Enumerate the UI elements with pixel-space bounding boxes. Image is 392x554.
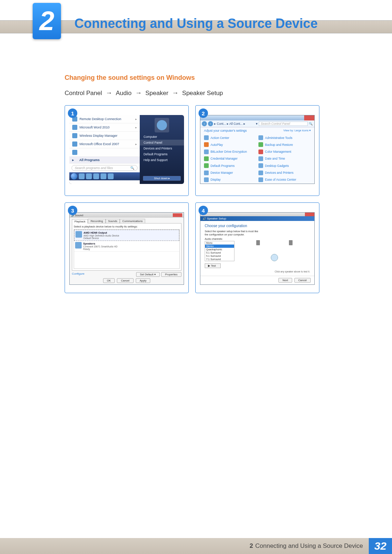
speaker-setup-dialog: 🔊 Speaker Setup Choose your configuratio… [200, 212, 315, 285]
device-item[interactable]: Speakers Conexant 20671 SmartAudio HD Re… [74, 241, 179, 252]
channel-option[interactable]: Mono [205, 241, 234, 245]
channel-option-selected[interactable]: Stereo [205, 245, 234, 248]
autoplay-icon [204, 142, 209, 147]
chevron-right-icon: ▸ [72, 158, 74, 162]
window-titlebar: 🔊 Sound [70, 213, 184, 218]
section-heading: Changing the sound settings on Windows [65, 74, 195, 82]
control-panel-window: ‹ › ▸ Cont... ▸ All Cont... ▸ ▾ Search C… [200, 115, 315, 184]
pinned-row[interactable] [69, 148, 140, 157]
cp-item[interactable]: Credential Manager [204, 156, 256, 162]
backup-icon [258, 142, 263, 147]
right-item[interactable]: Computer [140, 134, 184, 140]
channel-option[interactable]: Quadraphonic [205, 248, 234, 251]
cancel-button[interactable]: Cancel [117, 278, 133, 283]
next-button[interactable]: Next [278, 278, 292, 283]
right-item[interactable]: Devices and Printers [140, 145, 184, 151]
user-avatar [155, 118, 169, 132]
app-label: Wireless Display Manager [79, 134, 118, 138]
cp-item[interactable]: Action Center [204, 135, 256, 141]
device-name: Speakers [83, 242, 118, 245]
cp-item[interactable]: Display [204, 177, 256, 183]
cp-item[interactable]: BitLocker Drive Encryption [204, 149, 256, 155]
audio-channels-list[interactable]: Mono Stereo Quadraphonic 5.1 Surround 5.… [205, 241, 234, 261]
instruction-text: the configuration on your computer. [205, 233, 310, 236]
back-icon[interactable]: ‹ [202, 121, 207, 126]
channel-option[interactable]: 5.1 Surround [205, 254, 234, 258]
app-item[interactable]: Microsoft Office Excel 2007▸ [69, 140, 140, 148]
credential-icon [204, 156, 209, 161]
cp-item[interactable]: Devices and Printers [258, 169, 311, 176]
tab-recording[interactable]: Recording [88, 219, 105, 223]
close-icon[interactable] [305, 213, 314, 216]
search-input[interactable]: Search Control Panel [259, 122, 308, 126]
set-default-button[interactable]: Set Default ▾ [136, 272, 160, 277]
tab-sounds[interactable]: Sounds [106, 219, 120, 223]
app-item[interactable]: Wireless Display Manager [69, 132, 140, 140]
tab-playback[interactable]: Playback [72, 219, 88, 223]
app-item[interactable]: Microsoft Word 2010▸ [69, 123, 140, 132]
speaker-right-icon[interactable] [289, 240, 293, 245]
ok-button[interactable]: OK [103, 278, 115, 283]
search-input[interactable]: Search programs and files🔍 [72, 165, 138, 171]
tab-communications[interactable]: Communications [120, 219, 145, 223]
window-title: Sound [75, 214, 83, 217]
device-status: Default Device [83, 237, 119, 239]
right-item-control-panel[interactable]: Control Panel [140, 140, 184, 145]
right-item[interactable]: Help and Support [140, 157, 184, 163]
device-desc: AMD High Definition Audio Device [83, 234, 119, 237]
configure-link[interactable]: Configure [72, 272, 85, 277]
close-icon[interactable] [173, 213, 182, 217]
shutdown-button[interactable]: Shut down ▸ [143, 176, 181, 181]
footer-chapter-number: 2 [250, 542, 253, 550]
view-by-dropdown[interactable]: View by: Large icons ▾ [283, 129, 311, 132]
speaker-left-icon[interactable] [256, 240, 260, 245]
properties-button[interactable]: Properties [161, 272, 181, 277]
device-name: AMD HDMI Output [83, 231, 119, 234]
start-orb-icon[interactable] [71, 173, 77, 180]
taskbar-icon[interactable] [108, 173, 114, 179]
app-label: Microsoft Office Excel 2007 [79, 142, 119, 146]
taskbar-icon[interactable] [86, 173, 92, 179]
right-item[interactable]: Default Programs [140, 151, 184, 157]
cp-item[interactable]: Default Programs [204, 163, 256, 169]
cp-item-label: Color Management [265, 150, 291, 153]
cp-item[interactable]: Backup and Restore [258, 141, 311, 148]
cp-item-label: Administrative Tools [265, 136, 292, 140]
cp-item[interactable]: Desktop Gadgets [258, 163, 311, 169]
channel-option[interactable]: 7.1 Surround [205, 258, 234, 261]
cp-item[interactable]: AutoPlay [204, 141, 256, 148]
path-step: Control Panel [65, 90, 102, 97]
step-badge: 2 [199, 108, 208, 118]
device-list: AMD HDMI Output AMD High Definition Audi… [74, 229, 180, 269]
search-placeholder: Search programs and files [75, 166, 113, 170]
search-icon[interactable]: 🔍 [309, 122, 313, 126]
speaker-diagram: Click any speaker above to test it. [239, 237, 310, 273]
breadcrumb[interactable]: ▸ Cont... ▸ All Cont... ▸ [214, 122, 255, 126]
cp-item-label: Display [211, 178, 221, 181]
cp-item[interactable]: Ease of Access Center [258, 177, 311, 183]
apply-button[interactable]: Apply [136, 278, 151, 283]
dialog-heading: Choose your configuration [205, 224, 310, 228]
taskbar-icon[interactable] [79, 173, 85, 179]
device-item[interactable]: AMD HDMI Output AMD High Definition Audi… [74, 230, 179, 241]
cp-item[interactable]: Date and Time [258, 156, 311, 162]
cancel-button[interactable]: Cancel [294, 278, 311, 283]
forward-icon[interactable]: › [208, 121, 213, 126]
test-button[interactable]: ▶ Test [205, 263, 221, 268]
dialog-band: 🔊 Speaker Setup [200, 216, 314, 221]
step-panel-4: 4 🔊 Speaker Setup Choose your configurat… [195, 202, 319, 293]
all-programs[interactable]: ▸ All Programs [69, 157, 140, 164]
taskbar-icon[interactable] [93, 173, 99, 179]
cp-item[interactable]: Device Manager [204, 169, 256, 176]
taskbar-icon[interactable] [101, 173, 106, 179]
close-icon[interactable] [304, 115, 314, 120]
app-icon [72, 141, 77, 147]
instruction-text: Select the speaker setup below that is m… [205, 230, 310, 233]
app-item[interactable]: Remote Desktop Connection▸ [69, 115, 140, 123]
page-footer: 2 Connecting and Using a Source Device 3… [0, 538, 392, 554]
cp-item[interactable]: Color Management [258, 149, 311, 155]
path-step: Speaker [146, 90, 168, 97]
search-icon: 🔍 [130, 166, 134, 170]
channel-option[interactable]: 5.1 Surround [205, 251, 234, 254]
cp-item[interactable]: Administrative Tools [258, 135, 311, 141]
